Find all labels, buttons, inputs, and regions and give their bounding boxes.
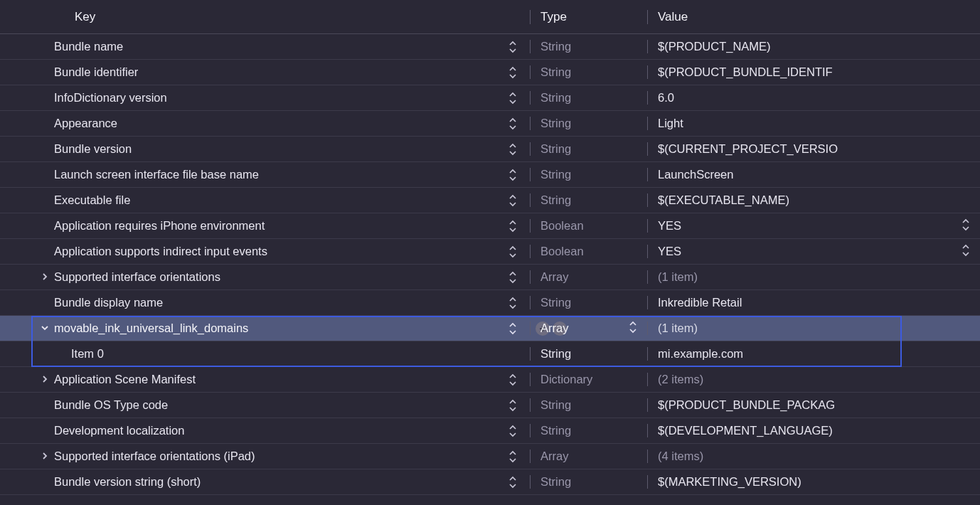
cell-value[interactable]: (4 items) [647,450,980,463]
cell-value[interactable]: LaunchScreen [647,168,980,181]
cell-key[interactable]: movable_ink_universal_link_domains+− [0,321,530,335]
key-stepper-icon[interactable] [508,66,517,79]
plist-row[interactable]: Item 0Stringmi.example.com [0,341,980,367]
key-stepper-icon[interactable] [508,194,517,207]
plist-row[interactable]: Application supports indirect input even… [0,239,980,265]
plist-row[interactable]: Bundle nameString$(PRODUCT_NAME) [0,34,980,60]
cell-key[interactable]: Application supports indirect input even… [0,245,530,258]
cell-key[interactable]: Bundle identifier [0,65,530,79]
cell-type[interactable]: Boolean [530,245,647,258]
key-stepper-icon[interactable] [508,476,517,489]
plist-row[interactable]: Bundle versionString$(CURRENT_PROJECT_VE… [0,137,980,162]
key-stepper-icon[interactable] [508,399,517,412]
value-label: LaunchScreen [658,168,733,181]
chevron-down-icon[interactable] [38,323,51,334]
plist-row[interactable]: Bundle OS Type codeString$(PRODUCT_BUNDL… [0,393,980,418]
plist-row[interactable]: InfoDictionary versionString6.0 [0,85,980,111]
cell-key[interactable]: Bundle display name [0,296,530,309]
cell-key[interactable]: Application Scene Manifest [0,373,530,386]
key-stepper-icon[interactable] [508,92,517,105]
plist-row[interactable]: Executable fileString$(EXECUTABLE_NAME) [0,188,980,213]
plist-row[interactable]: Bundle identifierString$(PRODUCT_BUNDLE_… [0,60,980,85]
cell-value[interactable]: mi.example.com [647,347,980,361]
chevron-right-icon[interactable] [38,451,51,462]
cell-type[interactable]: String [530,475,647,489]
type-stepper-icon[interactable] [629,321,637,336]
cell-value[interactable]: $(DEVELOPMENT_LANGUAGE) [647,424,980,437]
plist-row[interactable]: Supported interface orientationsArray(1 … [0,265,980,290]
cell-key[interactable]: InfoDictionary version [0,91,530,105]
plist-row[interactable]: Development localizationString$(DEVELOPM… [0,418,980,444]
cell-value[interactable]: $(PRODUCT_NAME) [647,40,980,53]
cell-key[interactable]: Appearance [0,117,530,130]
cell-key[interactable]: Executable file [0,193,530,207]
cell-type[interactable]: Array [530,270,647,284]
plist-row[interactable]: Launch screen interface file base nameSt… [0,162,980,188]
plist-row[interactable]: Bundle display nameStringInkredible Reta… [0,290,980,316]
key-stepper-icon[interactable] [508,322,517,335]
header-type[interactable]: Type [530,10,647,24]
key-stepper-icon[interactable] [508,169,517,181]
key-stepper-icon[interactable] [508,297,517,309]
cell-key[interactable]: Bundle version [0,142,530,156]
plist-row[interactable]: Supported interface orientations (iPad)A… [0,444,980,469]
key-stepper-icon[interactable] [508,117,517,130]
cell-type[interactable]: String [530,296,647,309]
key-stepper-icon[interactable] [508,41,517,53]
key-stepper-icon[interactable] [508,143,517,156]
value-stepper-icon[interactable] [962,244,970,260]
cell-key[interactable]: Application requires iPhone environment [0,219,530,233]
cell-value[interactable]: (1 item) [647,270,980,284]
cell-value[interactable]: (2 items) [647,373,980,386]
cell-key[interactable]: Item 0 [0,347,530,361]
key-stepper-icon[interactable] [508,220,517,233]
cell-value[interactable]: YES [647,245,980,258]
cell-type[interactable]: Array [530,450,647,463]
cell-type[interactable]: String [530,424,647,437]
cell-key[interactable]: Development localization [0,424,530,437]
key-stepper-icon[interactable] [508,271,517,284]
cell-value[interactable]: $(CURRENT_PROJECT_VERSIO [647,142,980,156]
cell-type[interactable]: String [530,142,647,156]
plist-row[interactable]: movable_ink_universal_link_domains+−Arra… [0,316,980,341]
cell-value[interactable]: $(PRODUCT_BUNDLE_PACKAG [647,398,980,412]
cell-value[interactable]: $(EXECUTABLE_NAME) [647,193,980,207]
cell-value[interactable]: $(PRODUCT_BUNDLE_IDENTIF [647,65,980,79]
cell-type[interactable]: String [530,91,647,105]
cell-type[interactable]: String [530,117,647,130]
cell-key[interactable]: Bundle version string (short) [0,475,530,489]
cell-value[interactable]: Inkredible Retail [647,296,980,309]
cell-value[interactable]: $(MARKETING_VERSION) [647,475,980,489]
header-value[interactable]: Value [647,10,980,24]
cell-type[interactable]: String [530,398,647,412]
plist-row[interactable]: Application Scene ManifestDictionary(2 i… [0,367,980,393]
cell-type[interactable]: String [530,347,647,361]
cell-value[interactable]: 6.0 [647,91,980,105]
cell-type[interactable]: String [530,168,647,181]
cell-key[interactable]: Supported interface orientations [0,270,530,284]
cell-value[interactable]: (1 item) [647,321,980,335]
cell-type[interactable]: Dictionary [530,373,647,386]
cell-key[interactable]: Bundle name [0,40,530,53]
cell-type[interactable]: Array [530,321,647,335]
plist-row[interactable]: AppearanceStringLight [0,111,980,137]
cell-key[interactable]: Bundle OS Type code [0,398,530,412]
plist-row[interactable]: Application requires iPhone environmentB… [0,213,980,239]
key-stepper-icon[interactable] [508,373,517,386]
cell-type[interactable]: String [530,65,647,79]
cell-key[interactable]: Supported interface orientations (iPad) [0,450,530,463]
cell-type[interactable]: Boolean [530,219,647,233]
chevron-right-icon[interactable] [38,272,51,283]
cell-key[interactable]: Launch screen interface file base name [0,168,530,181]
cell-type[interactable]: String [530,40,647,53]
chevron-right-icon[interactable] [38,374,51,386]
cell-value[interactable]: YES [647,219,980,233]
plist-row[interactable]: Bundle version string (short)String$(MAR… [0,469,980,495]
cell-type[interactable]: String [530,193,647,207]
key-stepper-icon[interactable] [508,425,517,437]
header-key[interactable]: Key [0,10,530,24]
key-stepper-icon[interactable] [508,450,517,463]
value-stepper-icon[interactable] [962,218,970,234]
cell-value[interactable]: Light [647,117,980,130]
key-stepper-icon[interactable] [508,245,517,258]
